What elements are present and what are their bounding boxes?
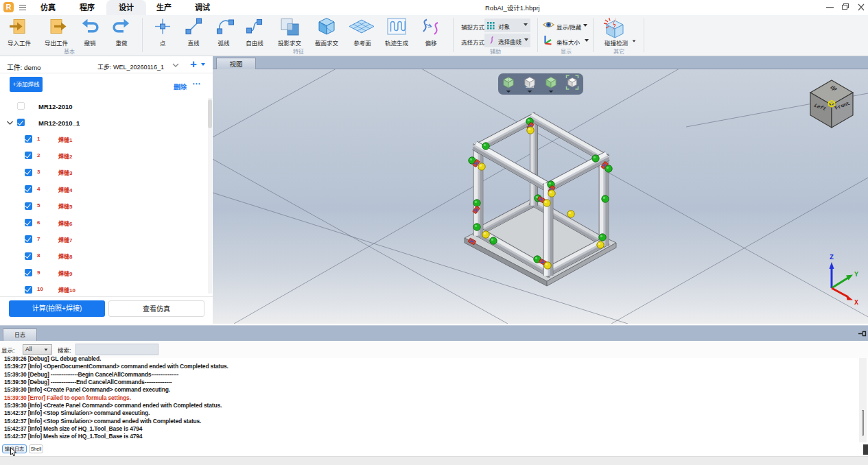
svg-text:Y: Y [854,271,858,278]
svg-text:Z: Z [830,254,834,261]
svg-text:Solid: Solid [526,84,534,88]
svg-text:X: X [854,299,858,307]
